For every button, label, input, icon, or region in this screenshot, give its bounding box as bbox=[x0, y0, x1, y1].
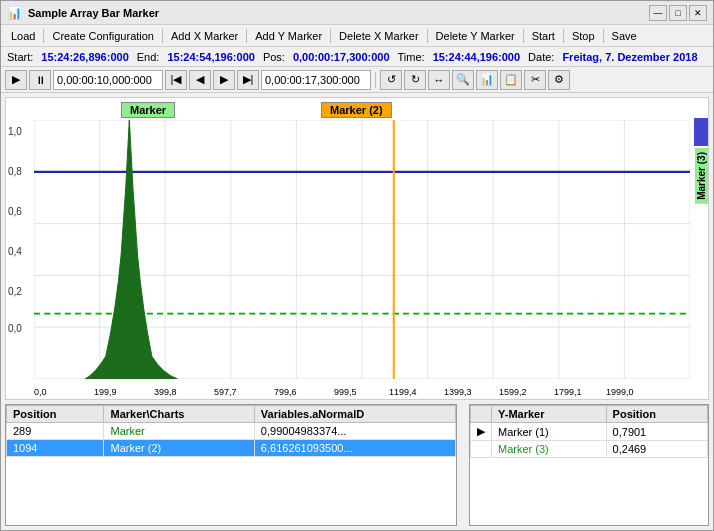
table-row[interactable]: 289 Marker 0,99004983374... bbox=[7, 423, 456, 440]
menu-start[interactable]: Start bbox=[526, 28, 561, 44]
table-row[interactable]: Marker (3) 0,2469 bbox=[471, 441, 708, 458]
settings-button[interactable]: ⚙ bbox=[548, 70, 570, 90]
cell-ymarker-2: Marker (3) bbox=[492, 441, 607, 458]
col-variables: Variables.aNormalD bbox=[254, 406, 455, 423]
close-button[interactable]: ✕ bbox=[689, 5, 707, 21]
cell-position-2: 1094 bbox=[7, 440, 104, 457]
export-button[interactable]: 📊 bbox=[476, 70, 498, 90]
bottom-tables: Position Marker\Charts Variables.aNormal… bbox=[1, 400, 713, 530]
x-label-7: 1399,3 bbox=[444, 387, 472, 397]
cell-position-1: 289 bbox=[7, 423, 104, 440]
x-label-9: 1799,1 bbox=[554, 387, 582, 397]
y-label-00: 0,0 bbox=[8, 323, 22, 334]
refresh2-button[interactable]: ↻ bbox=[404, 70, 426, 90]
menu-sep-6 bbox=[523, 29, 524, 43]
left-data-table: Position Marker\Charts Variables.aNormal… bbox=[6, 405, 456, 457]
menu-create-config[interactable]: Create Configuration bbox=[46, 28, 160, 44]
minimize-button[interactable]: — bbox=[649, 5, 667, 21]
end-label: End: bbox=[137, 51, 160, 63]
x-label-3: 597,7 bbox=[214, 387, 237, 397]
y-label-06: 0,6 bbox=[8, 206, 22, 217]
x-label-4: 799,6 bbox=[274, 387, 297, 397]
date-label: Date: bbox=[528, 51, 554, 63]
time-input-1[interactable] bbox=[53, 70, 163, 90]
cell-marker-2: Marker (2) bbox=[104, 440, 254, 457]
y-label-02: 0,2 bbox=[8, 286, 22, 297]
play-button[interactable]: ▶ bbox=[5, 70, 27, 90]
x-label-0: 0,0 bbox=[34, 387, 47, 397]
step-forward-button[interactable]: ▶ bbox=[213, 70, 235, 90]
marker-3-label: Marker (3) bbox=[695, 148, 708, 204]
cell-ymarker-1: Marker (1) bbox=[492, 423, 607, 441]
export2-button[interactable]: 📋 bbox=[500, 70, 522, 90]
menu-sep-7 bbox=[563, 29, 564, 43]
menu-add-y[interactable]: Add Y Marker bbox=[249, 28, 328, 44]
col-y-position: Position bbox=[606, 406, 707, 423]
move-button[interactable]: ↔ bbox=[428, 70, 450, 90]
date-value: Freitag, 7. Dezember 2018 bbox=[562, 51, 697, 63]
menu-sep-8 bbox=[603, 29, 604, 43]
x-label-10: 1999,0 bbox=[606, 387, 634, 397]
cell-value-1: 0,99004983374... bbox=[254, 423, 455, 440]
zoom-button[interactable]: 🔍 bbox=[452, 70, 474, 90]
table-spacer bbox=[461, 404, 465, 526]
time-label: Time: bbox=[398, 51, 425, 63]
side-blue-label bbox=[694, 118, 708, 146]
right-table: Y-Marker Position ▶ Marker (1) 0,7901 Ma… bbox=[469, 404, 709, 526]
chart-area: Marker Marker (2) Marker (3) 1,0 0,8 0,6… bbox=[5, 97, 709, 400]
cell-arrow-1: ▶ bbox=[471, 423, 492, 441]
menu-sep-4 bbox=[330, 29, 331, 43]
cell-yposition-1: 0,7901 bbox=[606, 423, 707, 441]
time-input-2[interactable] bbox=[261, 70, 371, 90]
y-label-10: 1,0 bbox=[8, 126, 22, 137]
title-bar-controls: — □ ✕ bbox=[649, 5, 707, 21]
cell-value-2: 6,616261093500... bbox=[254, 440, 455, 457]
menu-bar: Load Create Configuration Add X Marker A… bbox=[1, 25, 713, 47]
pos-value: 0,00:00:17,300:000 bbox=[293, 51, 390, 63]
app-icon: 📊 bbox=[7, 6, 22, 20]
marker-2-label: Marker (2) bbox=[321, 102, 392, 118]
start-value: 15:24:26,896:000 bbox=[41, 51, 128, 63]
menu-add-x[interactable]: Add X Marker bbox=[165, 28, 244, 44]
main-content: Marker Marker (2) Marker (3) 1,0 0,8 0,6… bbox=[1, 93, 713, 530]
title-bar: 📊 Sample Array Bar Marker — □ ✕ bbox=[1, 1, 713, 25]
menu-sep-3 bbox=[246, 29, 247, 43]
chart-svg bbox=[34, 120, 690, 379]
menu-sep-1 bbox=[43, 29, 44, 43]
cell-yposition-2: 0,2469 bbox=[606, 441, 707, 458]
table-row[interactable]: ▶ Marker (1) 0,7901 bbox=[471, 423, 708, 441]
scissors-button[interactable]: ✂ bbox=[524, 70, 546, 90]
menu-save[interactable]: Save bbox=[606, 28, 643, 44]
menu-delete-y[interactable]: Delete Y Marker bbox=[430, 28, 521, 44]
col-y-marker: Y-Marker bbox=[492, 406, 607, 423]
x-label-1: 199,9 bbox=[94, 387, 117, 397]
y-label-04: 0,4 bbox=[8, 246, 22, 257]
title-bar-left: 📊 Sample Array Bar Marker bbox=[7, 6, 159, 20]
marker-1-label: Marker bbox=[121, 102, 175, 118]
x-label-6: 1199,4 bbox=[389, 387, 417, 397]
menu-sep-5 bbox=[427, 29, 428, 43]
cell-arrow-2 bbox=[471, 441, 492, 458]
start-label: Start: bbox=[7, 51, 33, 63]
cell-marker-1: Marker bbox=[104, 423, 254, 440]
x-label-5: 999,5 bbox=[334, 387, 357, 397]
step-back-button[interactable]: ◀ bbox=[189, 70, 211, 90]
pause-button[interactable]: ⏸ bbox=[29, 70, 51, 90]
end-value: 15:24:54,196:000 bbox=[167, 51, 254, 63]
main-window: 📊 Sample Array Bar Marker — □ ✕ Load Cre… bbox=[0, 0, 714, 531]
go-end-button[interactable]: ▶| bbox=[237, 70, 259, 90]
maximize-button[interactable]: □ bbox=[669, 5, 687, 21]
menu-load[interactable]: Load bbox=[5, 28, 41, 44]
pos-label: Pos: bbox=[263, 51, 285, 63]
col-position: Position bbox=[7, 406, 104, 423]
table-row[interactable]: 1094 Marker (2) 6,616261093500... bbox=[7, 440, 456, 457]
y-label-08: 0,8 bbox=[8, 166, 22, 177]
col-arrow bbox=[471, 406, 492, 423]
go-start-button[interactable]: |◀ bbox=[165, 70, 187, 90]
x-label-2: 399,8 bbox=[154, 387, 177, 397]
status-bar: Start: 15:24:26,896:000 End: 15:24:54,19… bbox=[1, 47, 713, 67]
menu-stop[interactable]: Stop bbox=[566, 28, 601, 44]
menu-delete-x[interactable]: Delete X Marker bbox=[333, 28, 424, 44]
window-title: Sample Array Bar Marker bbox=[28, 7, 159, 19]
refresh-button[interactable]: ↺ bbox=[380, 70, 402, 90]
